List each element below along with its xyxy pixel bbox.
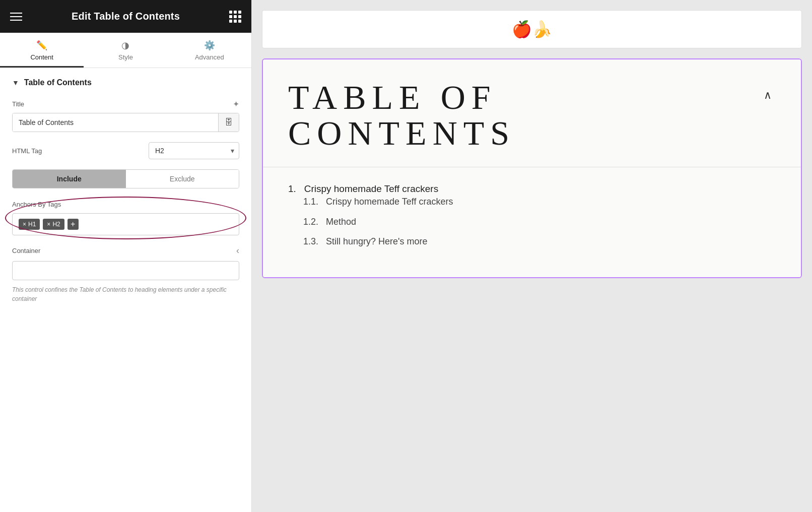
- tab-advanced[interactable]: ⚙️ Advanced: [168, 33, 251, 68]
- title-field-group: Title ✦ 🗄: [12, 99, 239, 132]
- tag-h1-remove[interactable]: ×: [23, 221, 26, 228]
- tag-h1: × H1: [19, 219, 40, 230]
- toc-sub-1-2-num: 1.2.: [303, 217, 323, 227]
- panel-content: ▼ Table of Contents Title ✦ 🗄 HTML Tag H…: [0, 68, 251, 512]
- section-arrow-icon: ▼: [12, 79, 19, 87]
- grid-icon[interactable]: [229, 11, 241, 23]
- toc-item-1-main: 1. Crispy homemade Teff crackers: [288, 182, 776, 196]
- section-title: Table of Contents: [24, 78, 92, 87]
- toc-sub-item-1-3: 1.3. Still hungry? Here's more: [303, 235, 776, 248]
- toc-widget: TABLE OF CONTENTS ∧ 1. Crispy homemade T…: [262, 58, 802, 278]
- exclude-button[interactable]: Exclude: [126, 170, 239, 188]
- collapse-icon[interactable]: ‹: [236, 245, 239, 256]
- left-panel: Edit Table of Contents ✏️ Content ◑ Styl…: [0, 0, 252, 512]
- toc-item-1-num: 1.: [288, 183, 301, 194]
- toc-header-area: TABLE OF CONTENTS ∧: [263, 59, 801, 167]
- toc-item-1-text: Crispy homemade Teff crackers: [304, 183, 438, 194]
- logo-bar: 🍎🍌: [262, 10, 802, 48]
- toc-sub-item-1-2: 1.2. Method: [303, 216, 776, 228]
- container-section: Container ‹ This control confines the Ta…: [12, 245, 239, 303]
- html-tag-select[interactable]: H2 H1 H3 H4 H5 H6 p div: [149, 142, 239, 159]
- toc-sub-1-1-text: Crispy homemade Teff crackers: [326, 197, 453, 207]
- container-label: Container: [12, 247, 40, 254]
- include-exclude-toggle: Include Exclude: [12, 169, 239, 188]
- tag-h1-label: H1: [28, 221, 36, 228]
- gear-icon: ⚙️: [204, 40, 215, 51]
- title-label: Title: [12, 100, 24, 108]
- section-header: ▼ Table of Contents: [12, 78, 239, 87]
- sparkle-icon[interactable]: ✦: [233, 99, 239, 109]
- title-input-row: 🗄: [12, 113, 239, 132]
- anchors-label: Anchors By Tags: [12, 201, 239, 208]
- add-tag-button[interactable]: +: [67, 219, 79, 230]
- toc-body: 1. Crispy homemade Teff crackers 1.1. Cr…: [263, 167, 801, 277]
- title-input[interactable]: [13, 113, 218, 132]
- panel-header: Edit Table of Contents: [0, 0, 251, 33]
- toc-title: TABLE OF CONTENTS: [288, 80, 515, 152]
- toc-sub-1-1-num: 1.1.: [303, 197, 323, 207]
- toc-sub-1-2-text: Method: [326, 217, 356, 227]
- tab-style[interactable]: ◑ Style: [84, 33, 167, 68]
- right-panel: 🍎🍌 TABLE OF CONTENTS ∧ 1. Crispy homemad…: [252, 0, 812, 512]
- toc-sub-items: 1.1. Crispy homemade Teff crackers 1.2. …: [303, 196, 776, 248]
- html-tag-row: HTML Tag H2 H1 H3 H4 H5 H6 p div ▾: [12, 142, 239, 159]
- container-input[interactable]: [12, 261, 239, 280]
- tab-content[interactable]: ✏️ Content: [0, 33, 84, 68]
- toc-item-1: 1. Crispy homemade Teff crackers 1.1. Cr…: [288, 182, 776, 248]
- container-help-text: This control confines the Table of Conte…: [12, 285, 239, 303]
- tag-h2-remove[interactable]: ×: [47, 221, 50, 228]
- tags-container: × H1 × H2 +: [12, 213, 239, 235]
- anchors-by-tags-section: Anchors By Tags × H1 × H2 +: [12, 201, 239, 235]
- style-icon: ◑: [121, 40, 129, 51]
- html-tag-select-wrapper: H2 H1 H3 H4 H5 H6 p div ▾: [149, 142, 239, 159]
- panel-title: Edit Table of Contents: [72, 11, 180, 22]
- logo-icon: 🍎🍌: [512, 20, 552, 39]
- include-button[interactable]: Include: [13, 170, 126, 188]
- toc-sub-item-1-1: 1.1. Crispy homemade Teff crackers: [303, 196, 776, 208]
- pencil-icon: ✏️: [36, 40, 47, 51]
- tag-h2: × H2: [43, 219, 64, 230]
- toc-collapse-button[interactable]: ∧: [760, 85, 776, 106]
- tag-h2-label: H2: [52, 221, 60, 228]
- toc-sub-1-3-num: 1.3.: [303, 236, 323, 246]
- html-tag-label: HTML Tag: [12, 147, 42, 155]
- hamburger-icon[interactable]: [10, 13, 22, 21]
- database-icon[interactable]: 🗄: [218, 113, 239, 132]
- toc-sub-1-3-text: Still hungry? Here's more: [326, 236, 428, 246]
- panel-tabs: ✏️ Content ◑ Style ⚙️ Advanced: [0, 33, 251, 68]
